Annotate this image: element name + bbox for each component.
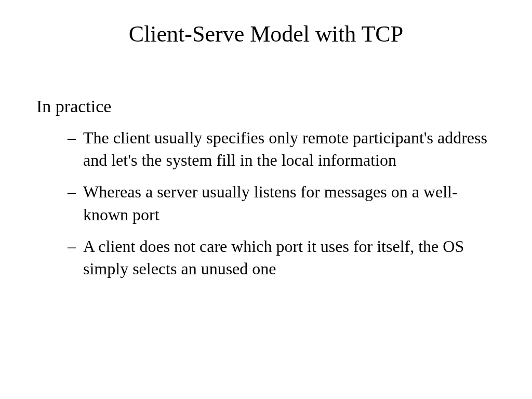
bullet-list: The client usually specifies only remote… <box>36 127 496 280</box>
list-item: The client usually specifies only remote… <box>68 127 496 171</box>
slide-title: Client-Serve Model with TCP <box>68 21 464 47</box>
list-item: A client does not care which port it use… <box>68 235 496 280</box>
slide-intro: In practice <box>36 97 496 116</box>
list-item: Whereas a server usually listens for mes… <box>68 181 496 225</box>
